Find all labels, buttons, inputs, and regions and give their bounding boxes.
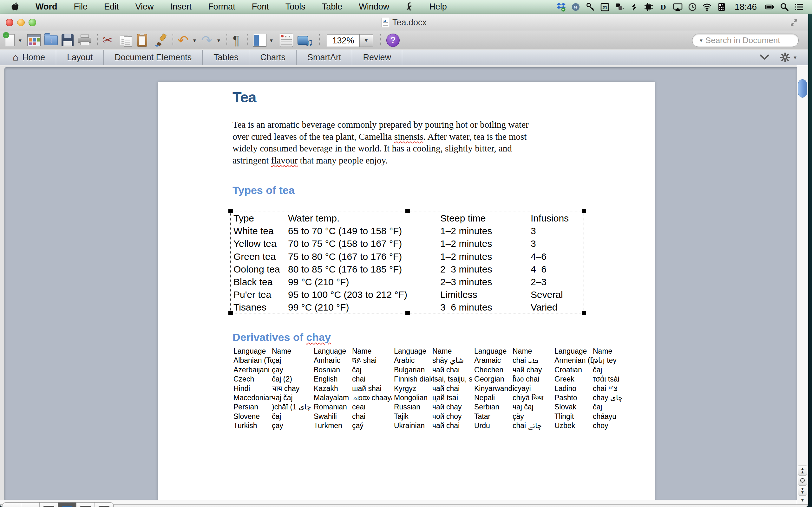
scroll-down-arrow[interactable]: ▼ (798, 496, 807, 504)
tab-review[interactable]: Review (352, 50, 402, 65)
selection-handle-bottom-left[interactable] (229, 311, 233, 315)
derivatives-row: Bulgarianчай chai (394, 366, 472, 375)
document-proxy-icon[interactable] (382, 18, 389, 27)
print-button[interactable] (78, 33, 91, 48)
vertical-scrollbar[interactable]: ▲▲ ▼▼ ▼ (797, 65, 808, 504)
selection-handle-top-right[interactable] (582, 209, 586, 213)
show-invisibles-button[interactable]: ¶ (233, 33, 240, 48)
notebook-layout-view-button[interactable] (77, 503, 95, 507)
tab-home[interactable]: ⌂Home (0, 50, 56, 65)
scrollbar-thumb[interactable] (798, 79, 807, 98)
next-page-button[interactable]: ▼▼ (798, 486, 807, 496)
selection-handle-bottom-center[interactable] (405, 311, 410, 315)
cut-button[interactable]: ✂ (103, 33, 112, 48)
derivatives-row: Tajikчой choy (394, 412, 472, 421)
derivative-name: cháayu (593, 412, 633, 421)
menu-item-edit[interactable]: Edit (96, 0, 127, 14)
previous-page-button[interactable]: ▲▲ (798, 465, 807, 475)
tab-tables[interactable]: Tables (203, 50, 249, 65)
paste-button[interactable] (137, 33, 147, 48)
zoom-combo[interactable]: 132% (327, 34, 360, 47)
chip-icon[interactable] (641, 0, 656, 14)
redo-caret[interactable]: ▼ (216, 33, 221, 48)
tab-smartart[interactable]: SmartArt (297, 50, 352, 65)
menu-clock[interactable]: 18:46 (731, 2, 760, 12)
redo-button[interactable]: ↷ (201, 33, 212, 48)
tab-charts[interactable]: Charts (249, 50, 297, 65)
notification-center-icon[interactable] (792, 0, 806, 14)
undo-button[interactable]: ↶ (177, 33, 189, 48)
new-document-caret[interactable]: ▼ (18, 33, 22, 48)
copy-button[interactable] (120, 33, 132, 48)
tea-table-cell: 75 to 80 °C (167 to 176 °F) (288, 251, 440, 262)
menu-item-help[interactable]: Help (421, 0, 455, 14)
browse-object-button[interactable] (798, 475, 807, 486)
print-layout-view-button[interactable] (58, 503, 77, 507)
apple-icon (11, 2, 20, 12)
publishing-layout-icon (43, 506, 55, 507)
draft-view-button[interactable] (3, 503, 21, 507)
home-icon: ⌂ (13, 52, 18, 63)
textexpander-icon[interactable]: te (568, 0, 583, 14)
derivatives-row: Kinyarwandaicyayi (474, 384, 553, 394)
toolbar-toggle-icon[interactable] (790, 18, 798, 26)
menu-item-table[interactable]: Table (314, 0, 351, 14)
menu-item-window[interactable]: Window (351, 0, 397, 14)
publishing-layout-view-button[interactable] (40, 503, 58, 507)
menu-item-word[interactable]: Word (27, 0, 66, 14)
derivative-language: Czech (234, 375, 272, 384)
menu-item-tools[interactable]: Tools (277, 0, 314, 14)
derivatives-row: Nepalichiyā चिया (474, 394, 553, 403)
tab-layout[interactable]: Layout (56, 50, 104, 65)
selection-handle-top-center[interactable] (405, 209, 410, 213)
calendar-icon[interactable]: 21 (598, 0, 612, 14)
wifi-icon[interactable] (700, 0, 714, 14)
d-badge-icon[interactable]: D (656, 0, 670, 14)
toolbox-button[interactable] (280, 33, 293, 48)
save-button[interactable] (61, 33, 73, 48)
help-button[interactable]: ? (386, 34, 400, 47)
search-scope-caret[interactable]: ▼ (699, 38, 704, 43)
gallery-button[interactable] (27, 33, 41, 48)
battery-icon[interactable] (763, 0, 777, 14)
menu-item-insert[interactable]: Insert (162, 0, 200, 14)
menu-item-file[interactable]: File (66, 0, 96, 14)
open-button[interactable]: ↓ (44, 33, 58, 48)
menu-item-font[interactable]: Font (244, 0, 277, 14)
document-page[interactable]: Tea Tea is an aromatic beverage commonly… (158, 82, 655, 502)
derivative-language: Turkmen (314, 421, 352, 431)
focus-view-button[interactable] (95, 503, 113, 507)
menu-item-view[interactable]: View (127, 0, 162, 14)
media-browser-button[interactable]: ♫ (298, 33, 313, 48)
ribbon-settings-button[interactable]: ▼ (780, 52, 798, 62)
outline-view-button[interactable] (21, 503, 40, 507)
apple-menu[interactable] (0, 0, 27, 14)
script-menu-icon[interactable] (397, 0, 421, 14)
tea-table-cell: 99 °C (210 °F) (288, 277, 440, 287)
airplay-icon[interactable] (670, 0, 685, 14)
selection-handle-top-left[interactable] (229, 209, 233, 213)
time-machine-icon[interactable] (685, 0, 700, 14)
derivative-language: Tajik (394, 412, 432, 421)
selection-handle-bottom-right[interactable] (582, 311, 586, 315)
format-painter-button[interactable] (154, 33, 168, 48)
derivatives-row: Chechenчай chay (474, 366, 553, 375)
collapse-ribbon-icon[interactable] (760, 55, 769, 60)
horizontal-scrollbar[interactable] (0, 500, 797, 504)
shapes-icon[interactable] (612, 0, 627, 14)
zoom-combo-caret[interactable]: ▼ (360, 34, 373, 47)
new-document-button[interactable]: + (5, 33, 14, 48)
sidebar-button[interactable] (253, 33, 266, 48)
keyboard-viewer-icon[interactable] (714, 0, 729, 14)
spotlight-icon[interactable] (777, 0, 792, 14)
search-input[interactable] (705, 36, 808, 45)
embedded-excel-table[interactable]: TypeWater temp.Steep timeInfusionsWhite … (230, 211, 584, 314)
bolt-icon[interactable] (627, 0, 641, 14)
derivatives-row: Slovenečaj (234, 412, 312, 421)
undo-caret[interactable]: ▼ (192, 33, 197, 48)
key-icon[interactable] (583, 0, 598, 14)
menu-item-format[interactable]: Format (200, 0, 244, 14)
sidebar-caret[interactable]: ▼ (269, 33, 274, 48)
tab-document-elements[interactable]: Document Elements (104, 50, 203, 65)
dropbox-icon[interactable] (554, 0, 568, 14)
